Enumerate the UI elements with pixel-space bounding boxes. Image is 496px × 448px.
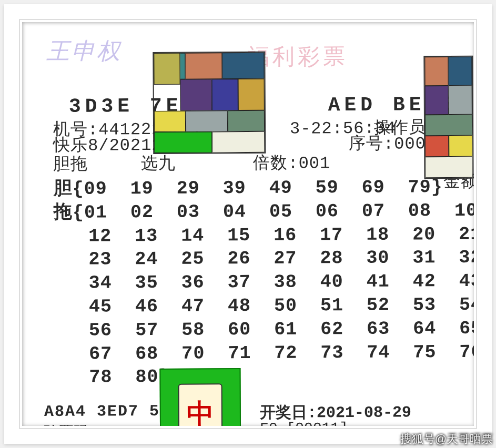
handwritten-name: 王申权 <box>46 35 122 67</box>
tuo-row: 67 68 70 71 72 73 74 75 76 77 <box>54 340 474 366</box>
mahjong-character: 中 <box>187 395 214 426</box>
dan-row: 胆{09 19 29 39 49 59 69 79} <box>54 175 474 201</box>
tuo-row: 45 46 47 48 50 51 52 53 54 55 <box>54 293 474 319</box>
mosaic-sticker-right <box>423 56 473 179</box>
serial-number-line: 3D3E 7E9 AED BEBE 7187 <box>69 94 474 117</box>
mahjong-sticker: 中 <box>159 368 241 426</box>
tuo-row: 23 24 25 26 27 28 30 31 32 33 <box>54 246 474 272</box>
verify-line-left: 验票码:4D1328 <box>44 421 150 426</box>
verify-line-right: F0 [00011] <box>260 420 348 426</box>
bet-type-line: 胆拖 选九 <box>53 156 176 174</box>
dan-numbers: 09 19 29 39 49 59 69 79 <box>84 177 431 199</box>
multiplier-line: 倍数:001 <box>253 155 330 172</box>
mosaic-sticker-top <box>153 52 266 154</box>
draw-date-value: 2021-08-29 <box>317 403 411 422</box>
verify-label: 验票码: <box>44 424 97 426</box>
lottery-ticket: 王申权 福利彩票 3D3E 7E9 AED BEBE 7187 机号:44122… <box>32 26 470 422</box>
verify-code: 4D1328 <box>97 424 150 426</box>
photo-inner: 王申权 福利彩票 3D3E 7E9 AED BEBE 7187 机号:44122… <box>22 22 474 426</box>
tuo-row: 12 13 14 15 16 17 18 20 21 22 <box>54 222 474 249</box>
tuo-row: 56 57 58 60 61 62 63 64 65 66 <box>54 317 474 343</box>
mahjong-tile: 中 <box>178 383 223 426</box>
tuo-row: 34 35 36 37 38 40 41 42 43 44 <box>54 269 474 296</box>
number-block: 胆{09 19 29 39 49 59 69 79} 拖{01 02 03 04… <box>54 175 474 390</box>
dan-label: 胆{ <box>54 179 84 200</box>
tuo-row: 拖{01 02 03 04 05 06 07 08 10 11 <box>54 199 474 225</box>
tuo-row: 78 80} <box>54 364 474 390</box>
watermark-text: 搜狐号@天哥晒票 <box>400 431 493 447</box>
photo-frame: 王申权 福利彩票 3D3E 7E9 AED BEBE 7187 机号:44122… <box>4 4 492 444</box>
draw-date-label: 开奖日: <box>260 404 317 422</box>
